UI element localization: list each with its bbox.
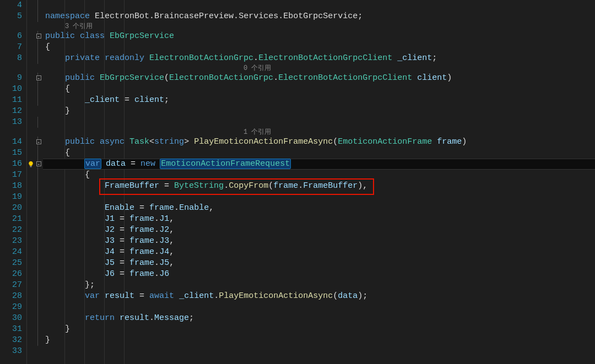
glyph-cell	[27, 313, 35, 324]
line-number	[0, 128, 26, 137]
glyph-cell	[27, 324, 35, 335]
glyph-cell	[27, 73, 35, 84]
fold-guide	[35, 181, 42, 192]
code-line[interactable]: private readonly ElectronBotActionGrpc.E…	[43, 53, 595, 64]
fold-guide	[35, 117, 42, 128]
line-number: 26	[0, 269, 26, 280]
code-line[interactable]: var data = new EmoticonActionFrameReques…	[43, 159, 595, 170]
line-number: 29	[0, 302, 26, 313]
line-number: 24	[0, 247, 26, 258]
glyph-cell	[27, 280, 35, 291]
fold-guide	[35, 84, 42, 95]
code-line[interactable]: FrameBuffer = ByteString.CopyFrom(frame.…	[43, 181, 595, 192]
line-number: 9	[0, 73, 26, 84]
fold-guide	[35, 302, 42, 313]
fold-toggle[interactable]	[35, 159, 42, 170]
code-line[interactable]: J5 = frame.J5,	[43, 258, 595, 269]
codelens-reference[interactable]: 0 个引用	[43, 64, 595, 73]
code-line[interactable]: {	[43, 42, 595, 53]
code-line[interactable]	[43, 302, 595, 313]
line-number: 21	[0, 214, 26, 225]
glyph-cell	[27, 181, 35, 192]
line-number: 17	[0, 170, 26, 181]
fold-toggle[interactable]	[35, 137, 42, 148]
glyph-cell	[27, 291, 35, 302]
lightbulb-icon	[27, 159, 35, 170]
fold-cell	[35, 22, 42, 31]
code-line[interactable]: return result.Message;	[43, 313, 595, 324]
fold-guide	[35, 313, 42, 324]
line-number: 20	[0, 203, 26, 214]
line-number: 31	[0, 324, 26, 335]
fold-guide	[35, 42, 42, 53]
code-line[interactable]: };	[43, 280, 595, 291]
line-number: 5	[0, 11, 26, 22]
glyph-cell	[27, 53, 35, 64]
line-number: 11	[0, 95, 26, 106]
fold-guide	[35, 95, 42, 106]
code-line[interactable]	[43, 346, 595, 357]
line-number: 7	[0, 42, 26, 53]
code-line[interactable]: _client = client;	[43, 95, 595, 106]
code-line[interactable]: }	[43, 335, 595, 346]
fold-toggle[interactable]	[35, 31, 42, 42]
fold-guide	[35, 324, 42, 335]
glyph-cell	[27, 170, 35, 181]
code-line[interactable]: }	[43, 106, 595, 117]
code-line[interactable]: public class EbGrpcService	[43, 31, 595, 42]
code-line[interactable]	[43, 117, 595, 128]
code-line[interactable]: public async Task<string> PlayEmoticonAc…	[43, 137, 595, 148]
glyph-cell	[27, 225, 35, 236]
line-number: 27	[0, 280, 26, 291]
fold-guide	[35, 335, 42, 346]
code-line[interactable]: {	[43, 170, 595, 181]
code-line[interactable]: J1 = frame.J1,	[43, 214, 595, 225]
code-line[interactable]	[43, 192, 595, 203]
line-number: 6	[0, 31, 26, 42]
fold-guide	[35, 247, 42, 258]
fold-guide	[35, 291, 42, 302]
line-number: 30	[0, 313, 26, 324]
code-area[interactable]: namespace ElectronBot.BraincasePreview.S…	[43, 0, 595, 364]
glyph-cell	[27, 346, 35, 357]
glyph-cell	[27, 11, 35, 22]
code-line[interactable]: {	[43, 148, 595, 159]
code-line[interactable]: J3 = frame.J3,	[43, 236, 595, 247]
code-line[interactable]: public EbGrpcService(ElectronBotActionGr…	[43, 73, 595, 84]
code-line[interactable]: Enable = frame.Enable,	[43, 203, 595, 214]
glyph-cell	[27, 236, 35, 247]
glyph-cell	[27, 117, 35, 128]
fold-cell	[35, 64, 42, 73]
code-line[interactable]: J4 = frame.J4,	[43, 247, 595, 258]
codelens-reference[interactable]: 1 个引用	[43, 128, 595, 137]
code-editor[interactable]: 4567891011121314151617181920212223242526…	[0, 0, 595, 364]
code-line[interactable]: {	[43, 84, 595, 95]
codelens-reference[interactable]: 3 个引用	[43, 22, 595, 31]
fold-guide	[35, 0, 42, 11]
glyph-cell	[27, 22, 35, 31]
svg-rect-0	[30, 166, 32, 167]
line-number: 33	[0, 346, 26, 357]
line-number: 25	[0, 258, 26, 269]
code-line[interactable]: var result = await _client.PlayEmoticonA…	[43, 291, 595, 302]
code-line[interactable]: namespace ElectronBot.BraincasePreview.S…	[43, 11, 595, 22]
line-number: 15	[0, 148, 26, 159]
line-number	[0, 22, 26, 31]
glyph-cell	[27, 269, 35, 280]
line-number: 22	[0, 225, 26, 236]
fold-cell	[35, 106, 42, 117]
code-line[interactable]: J6 = frame.J6	[43, 269, 595, 280]
glyph-cell	[27, 258, 35, 269]
code-line[interactable]: }	[43, 324, 595, 335]
fold-toggle[interactable]	[35, 73, 42, 84]
line-number: 32	[0, 335, 26, 346]
glyph-cell	[27, 0, 35, 11]
code-line[interactable]	[43, 0, 595, 11]
fold-guide	[35, 53, 42, 64]
glyph-cell	[27, 31, 35, 42]
folding-column[interactable]	[35, 0, 43, 364]
line-number-gutter[interactable]: 4567891011121314151617181920212223242526…	[0, 0, 27, 364]
fold-guide	[35, 148, 42, 159]
glyph-cell	[27, 302, 35, 313]
code-line[interactable]: J2 = frame.J2,	[43, 225, 595, 236]
